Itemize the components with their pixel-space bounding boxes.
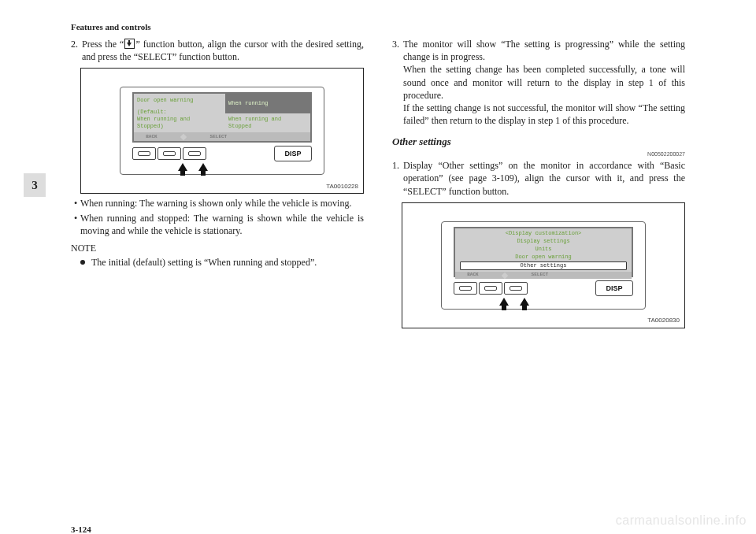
up-arrow-icon	[499, 298, 509, 306]
disp-button: DISP	[274, 146, 312, 161]
lcd-screen: Door open warning (Default: When running…	[132, 92, 312, 143]
default-line: When running and	[137, 116, 222, 123]
disp-button: DISP	[595, 280, 633, 296]
section-header: Features and controls	[71, 22, 685, 32]
pointer-arrows	[178, 163, 208, 171]
bullet-marker: •	[74, 212, 80, 237]
note-heading: NOTE	[71, 242, 364, 254]
left-column: 2. Press the “” function button, align t…	[71, 38, 364, 332]
watermark: carmanualsonline.info	[616, 514, 747, 528]
figure-2: <Display customization> Display settings…	[402, 202, 685, 328]
bullet-list: • When running: The warning is shown onl…	[71, 197, 364, 237]
setting-title: Door open warning	[137, 97, 222, 104]
monitor-device: Door open warning (Default: When running…	[120, 87, 324, 175]
option: When running and Stopped	[225, 113, 310, 133]
list-item: • When running: The warning is shown onl…	[74, 197, 364, 210]
figure-1: Door open warning (Default: When running…	[80, 68, 364, 194]
step-text: Display “Other settings” on the monitor …	[403, 159, 685, 198]
chapter-tab: 3	[24, 173, 46, 197]
step-1: 1. Display “Other settings” on the monit…	[392, 159, 685, 198]
footer-select: SELECT	[532, 272, 549, 278]
step-3: 3. The monitor will show “The setting is…	[392, 38, 685, 127]
step-number: 2.	[71, 38, 82, 63]
button-row: DISP	[132, 146, 312, 161]
filled-circle-icon	[80, 256, 91, 269]
screen-title: <Display customization>	[460, 230, 627, 237]
footer-back: BACK	[146, 134, 157, 140]
list-item: • When running and stopped: The warning …	[74, 212, 364, 237]
paragraph: If the setting change is not successful,…	[403, 102, 685, 127]
pointer-arrows	[499, 298, 529, 306]
up-arrow-icon	[178, 163, 187, 171]
screen-left-pane: Door open warning (Default: When running…	[134, 94, 225, 132]
reference-number: N00502200027	[392, 150, 685, 158]
paragraph: The monitor will show “The setting is pr…	[403, 38, 685, 63]
bullet-text: When running: The warning is shown only …	[80, 197, 364, 210]
screen-footer: BACK SELECT	[134, 132, 310, 141]
screen-footer: BACK SELECT	[455, 272, 632, 278]
down-arrow-icon	[124, 39, 135, 49]
figure-id: TA0020830	[647, 317, 680, 325]
default-line: Stopped)	[137, 123, 222, 130]
footer-back: BACK	[467, 272, 478, 278]
note-text: The initial (default) setting is “When r…	[91, 256, 364, 269]
step-text: Press the “” function button, align the …	[82, 38, 364, 63]
subheading-other-settings: Other settings	[392, 135, 685, 149]
option-line: When running and	[228, 116, 281, 123]
monitor-device: <Display customization> Display settings…	[441, 221, 646, 310]
step-2: 2. Press the “” function button, align t…	[71, 38, 364, 63]
page-number: 3-124	[71, 525, 91, 534]
step-text: The monitor will show “The setting is pr…	[403, 38, 685, 127]
right-column: 3. The monitor will show “The setting is…	[392, 38, 685, 332]
up-arrow-icon	[198, 163, 208, 171]
step-number: 3.	[392, 38, 403, 127]
screen-right-pane: When running When running and Stopped	[225, 94, 310, 132]
lcd-screen: <Display customization> Display settings…	[454, 227, 633, 277]
hw-button-3	[183, 147, 206, 160]
hw-button-1	[454, 282, 477, 295]
footer-select: SELECT	[210, 134, 228, 140]
hw-button-1	[132, 147, 156, 160]
text-frag: Press the “	[82, 39, 124, 50]
menu-item: Door open warning	[460, 254, 627, 261]
paragraph: When the setting change has been complet…	[403, 63, 685, 102]
note-item: The initial (default) setting is “When r…	[80, 256, 364, 269]
hw-button-2	[479, 282, 502, 295]
step-number: 1.	[392, 159, 403, 198]
option-line: Stopped	[228, 123, 251, 130]
menu-item: Display settings	[460, 238, 627, 246]
menu-item-selected: Other settings	[460, 261, 627, 271]
bullet-marker: •	[74, 197, 80, 210]
button-row: DISP	[454, 280, 633, 296]
figure-id: TA0010228	[326, 183, 358, 191]
bullet-text: When running and stopped: The warning is…	[80, 212, 364, 237]
menu-item: Units	[460, 246, 627, 254]
up-arrow-icon	[520, 298, 529, 306]
hw-button-3	[504, 282, 528, 295]
option-selected: When running	[225, 94, 310, 113]
diamond-icon	[180, 134, 187, 140]
diamond-icon	[502, 272, 508, 278]
hw-button-2	[158, 147, 181, 160]
default-line: (Default:	[137, 109, 222, 116]
screen-list: <Display customization> Display settings…	[455, 228, 632, 273]
